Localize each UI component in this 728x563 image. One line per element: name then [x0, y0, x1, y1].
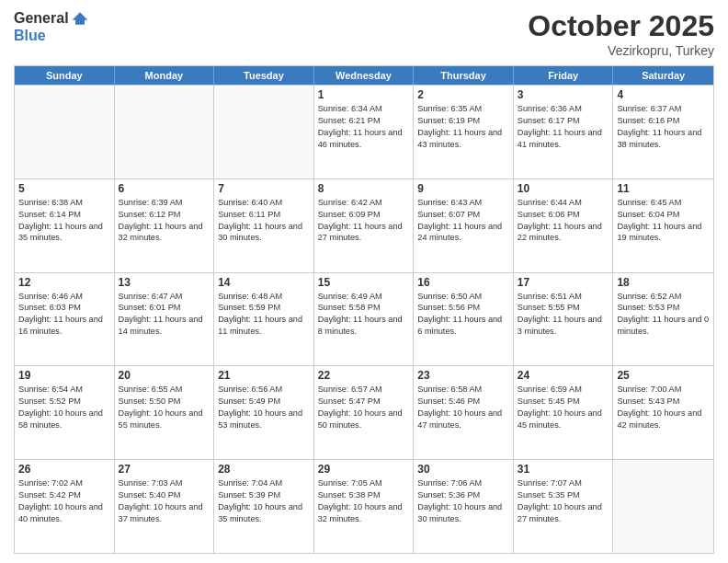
cell-text: Sunrise: 7:04 AM Sunset: 5:39 PM Dayligh…	[218, 477, 310, 525]
day-number: 21	[218, 369, 310, 382]
logo: General Blue	[14, 9, 89, 44]
header: General Blue October 2025 Vezirkopru, Tu…	[14, 9, 714, 58]
calendar-cell: 18Sunrise: 6:52 AM Sunset: 5:53 PM Dayli…	[613, 273, 713, 366]
day-number: 14	[218, 276, 310, 289]
calendar-cell: 29Sunrise: 7:05 AM Sunset: 5:38 PM Dayli…	[314, 460, 415, 553]
calendar-cell: 23Sunrise: 6:58 AM Sunset: 5:46 PM Dayli…	[414, 366, 514, 459]
day-number: 16	[417, 276, 509, 289]
calendar: SundayMondayTuesdayWednesdayThursdayFrid…	[14, 65, 714, 554]
cell-text: Sunrise: 6:54 AM Sunset: 5:52 PM Dayligh…	[18, 384, 110, 431]
calendar-cell: 21Sunrise: 6:56 AM Sunset: 5:49 PM Dayli…	[214, 366, 314, 459]
day-number: 1	[318, 88, 410, 101]
calendar-cell: 19Sunrise: 6:54 AM Sunset: 5:52 PM Dayli…	[15, 366, 115, 459]
day-number: 30	[417, 463, 509, 476]
cell-text: Sunrise: 6:52 AM Sunset: 5:53 PM Dayligh…	[617, 291, 710, 339]
day-number: 6	[119, 182, 210, 195]
calendar-cell: 2Sunrise: 6:35 AM Sunset: 6:19 PM Daylig…	[414, 86, 514, 178]
calendar-cell	[15, 86, 115, 178]
day-number: 28	[218, 463, 310, 476]
day-number: 24	[518, 369, 609, 382]
calendar-cell: 17Sunrise: 6:51 AM Sunset: 5:55 PM Dayli…	[514, 273, 614, 366]
weekday-header: Wednesday	[314, 66, 415, 85]
day-number: 11	[617, 182, 710, 195]
weekday-header: Saturday	[613, 66, 713, 85]
calendar-week: 26Sunrise: 7:02 AM Sunset: 5:42 PM Dayli…	[15, 459, 713, 553]
calendar-cell: 27Sunrise: 7:03 AM Sunset: 5:40 PM Dayli…	[115, 460, 215, 553]
day-number: 25	[617, 369, 710, 382]
day-number: 9	[417, 182, 509, 195]
day-number: 27	[119, 463, 210, 476]
cell-text: Sunrise: 6:45 AM Sunset: 6:04 PM Dayligh…	[617, 197, 710, 245]
calendar-cell: 26Sunrise: 7:02 AM Sunset: 5:42 PM Dayli…	[15, 460, 115, 553]
cell-text: Sunrise: 7:06 AM Sunset: 5:36 PM Dayligh…	[417, 477, 509, 525]
day-number: 13	[119, 276, 210, 289]
calendar-body: 1Sunrise: 6:34 AM Sunset: 6:21 PM Daylig…	[15, 85, 713, 553]
calendar-cell: 30Sunrise: 7:06 AM Sunset: 5:36 PM Dayli…	[414, 460, 514, 553]
day-number: 26	[18, 463, 110, 476]
calendar-cell: 1Sunrise: 6:34 AM Sunset: 6:21 PM Daylig…	[314, 86, 415, 178]
cell-text: Sunrise: 6:43 AM Sunset: 6:07 PM Dayligh…	[417, 197, 509, 245]
calendar-cell: 20Sunrise: 6:55 AM Sunset: 5:50 PM Dayli…	[115, 366, 215, 459]
svg-marker-0	[72, 12, 87, 24]
day-number: 4	[617, 88, 710, 101]
page-container: General Blue October 2025 Vezirkopru, Tu…	[0, 0, 728, 563]
day-number: 22	[318, 369, 410, 382]
cell-text: Sunrise: 6:37 AM Sunset: 6:16 PM Dayligh…	[617, 103, 710, 151]
cell-text: Sunrise: 7:05 AM Sunset: 5:38 PM Dayligh…	[318, 477, 410, 525]
calendar-cell: 10Sunrise: 6:44 AM Sunset: 6:06 PM Dayli…	[514, 179, 614, 272]
cell-text: Sunrise: 7:02 AM Sunset: 5:42 PM Dayligh…	[18, 477, 110, 525]
calendar-cell: 31Sunrise: 7:07 AM Sunset: 5:35 PM Dayli…	[514, 460, 614, 553]
cell-text: Sunrise: 7:07 AM Sunset: 5:35 PM Dayligh…	[518, 477, 609, 525]
calendar-cell: 12Sunrise: 6:46 AM Sunset: 6:03 PM Dayli…	[15, 273, 115, 366]
calendar-cell: 6Sunrise: 6:39 AM Sunset: 6:12 PM Daylig…	[115, 179, 215, 272]
cell-text: Sunrise: 6:48 AM Sunset: 5:59 PM Dayligh…	[218, 291, 310, 339]
cell-text: Sunrise: 6:38 AM Sunset: 6:14 PM Dayligh…	[18, 197, 110, 245]
calendar-cell: 9Sunrise: 6:43 AM Sunset: 6:07 PM Daylig…	[414, 179, 514, 272]
day-number: 23	[417, 369, 509, 382]
cell-text: Sunrise: 6:44 AM Sunset: 6:06 PM Dayligh…	[518, 197, 609, 245]
day-number: 20	[119, 369, 210, 382]
day-number: 18	[617, 276, 710, 289]
weekday-header: Sunday	[15, 66, 115, 85]
cell-text: Sunrise: 6:57 AM Sunset: 5:47 PM Dayligh…	[318, 384, 410, 431]
cell-text: Sunrise: 6:55 AM Sunset: 5:50 PM Dayligh…	[119, 384, 210, 431]
title-area: October 2025 Vezirkopru, Turkey	[528, 9, 714, 58]
calendar-week: 12Sunrise: 6:46 AM Sunset: 6:03 PM Dayli…	[15, 272, 713, 366]
location: Vezirkopru, Turkey	[528, 43, 714, 58]
calendar-week: 19Sunrise: 6:54 AM Sunset: 5:52 PM Dayli…	[15, 365, 713, 459]
logo-blue: Blue	[14, 28, 46, 44]
weekday-header: Thursday	[414, 66, 514, 85]
day-number: 17	[518, 276, 609, 289]
calendar-cell	[214, 86, 314, 178]
calendar-cell: 28Sunrise: 7:04 AM Sunset: 5:39 PM Dayli…	[214, 460, 314, 553]
calendar-cell: 11Sunrise: 6:45 AM Sunset: 6:04 PM Dayli…	[613, 179, 713, 272]
day-number: 8	[318, 182, 410, 195]
cell-text: Sunrise: 6:50 AM Sunset: 5:56 PM Dayligh…	[417, 291, 509, 339]
cell-text: Sunrise: 6:36 AM Sunset: 6:17 PM Dayligh…	[518, 103, 609, 151]
calendar-cell: 3Sunrise: 6:36 AM Sunset: 6:17 PM Daylig…	[514, 86, 614, 178]
calendar-cell: 4Sunrise: 6:37 AM Sunset: 6:16 PM Daylig…	[613, 86, 713, 178]
calendar-week: 1Sunrise: 6:34 AM Sunset: 6:21 PM Daylig…	[15, 85, 713, 178]
calendar-cell: 24Sunrise: 6:59 AM Sunset: 5:45 PM Dayli…	[514, 366, 614, 459]
day-number: 2	[417, 88, 509, 101]
calendar-cell: 5Sunrise: 6:38 AM Sunset: 6:14 PM Daylig…	[15, 179, 115, 272]
logo-icon	[71, 9, 89, 28]
cell-text: Sunrise: 6:58 AM Sunset: 5:46 PM Dayligh…	[417, 384, 509, 431]
calendar-cell	[613, 460, 713, 553]
calendar-cell: 25Sunrise: 7:00 AM Sunset: 5:43 PM Dayli…	[613, 366, 713, 459]
calendar-cell: 14Sunrise: 6:48 AM Sunset: 5:59 PM Dayli…	[214, 273, 314, 366]
day-number: 3	[518, 88, 609, 101]
calendar-week: 5Sunrise: 6:38 AM Sunset: 6:14 PM Daylig…	[15, 178, 713, 272]
cell-text: Sunrise: 6:51 AM Sunset: 5:55 PM Dayligh…	[518, 291, 609, 339]
calendar-cell: 16Sunrise: 6:50 AM Sunset: 5:56 PM Dayli…	[414, 273, 514, 366]
day-number: 5	[18, 182, 110, 195]
cell-text: Sunrise: 6:39 AM Sunset: 6:12 PM Dayligh…	[119, 197, 210, 245]
cell-text: Sunrise: 6:47 AM Sunset: 6:01 PM Dayligh…	[119, 291, 210, 339]
weekday-header: Monday	[115, 66, 215, 85]
cell-text: Sunrise: 6:34 AM Sunset: 6:21 PM Dayligh…	[318, 103, 410, 151]
cell-text: Sunrise: 6:40 AM Sunset: 6:11 PM Dayligh…	[218, 197, 310, 245]
day-number: 15	[318, 276, 410, 289]
calendar-cell: 7Sunrise: 6:40 AM Sunset: 6:11 PM Daylig…	[214, 179, 314, 272]
cell-text: Sunrise: 6:49 AM Sunset: 5:58 PM Dayligh…	[318, 291, 410, 339]
cell-text: Sunrise: 6:59 AM Sunset: 5:45 PM Dayligh…	[518, 384, 609, 431]
